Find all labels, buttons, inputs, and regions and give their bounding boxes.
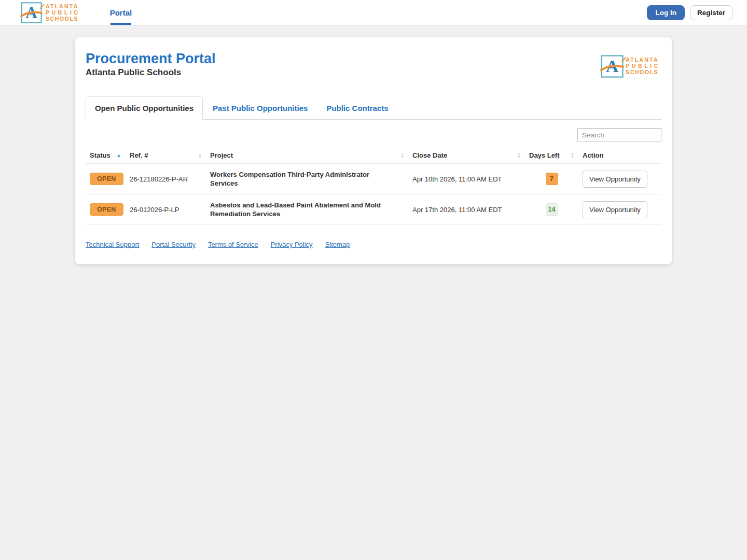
aps-logo-wordmark: ATLANTA PUBLIC SCHOOLS (46, 3, 80, 22)
sort-ascending-icon: ▲ (116, 153, 121, 158)
opportunity-tabs: Open Public Opportunities Past Public Op… (86, 96, 661, 120)
project-title: Workers Compensation Third-Party Adminis… (206, 164, 408, 194)
column-label: Days Left (529, 151, 560, 159)
days-left-badge: 7 (546, 173, 558, 185)
column-label: Action (583, 151, 603, 159)
view-opportunity-button[interactable]: View Opportunity (583, 171, 647, 188)
ref-number: 26-12180226-P-AR (126, 164, 206, 194)
aps-logo-mark-icon: A (21, 2, 42, 23)
page-subtitle: Atlanta Public Schools (86, 67, 216, 78)
table-header-row: Status ▲ Ref. # ▲▼ Project ▲▼ (86, 147, 661, 164)
opportunities-table-wrap: Status ▲ Ref. # ▲▼ Project ▲▼ (86, 147, 661, 225)
column-label: Project (210, 151, 233, 159)
column-header-status[interactable]: Status ▲ (86, 147, 126, 164)
sort-icon: ▲▼ (400, 152, 404, 159)
footer-link-terms-of-service[interactable]: Terms of Service (208, 241, 258, 248)
login-button[interactable]: Log In (647, 5, 685, 20)
card-footer: Technical Support Portal Security Terms … (75, 225, 672, 261)
nav-link-portal-label: Portal (110, 8, 132, 17)
procurement-portal-card: Procurement Portal Atlanta Public School… (75, 37, 672, 264)
table-row: OPEN 26-012026-P-LP Asbestos and Lead-Ba… (86, 194, 661, 225)
footer-link-portal-security[interactable]: Portal Security (151, 241, 196, 248)
card-header: Procurement Portal Atlanta Public School… (75, 37, 672, 88)
view-opportunity-button[interactable]: View Opportunity (583, 201, 647, 218)
search-input[interactable] (577, 128, 661, 142)
status-badge: OPEN (90, 203, 123, 216)
column-label: Status (90, 151, 110, 159)
register-button[interactable]: Register (690, 5, 732, 20)
days-left-badge: 14 (546, 203, 558, 216)
page-title: Procurement Portal (86, 51, 216, 66)
opportunities-table: Status ▲ Ref. # ▲▼ Project ▲▼ (86, 147, 661, 225)
main-nav: Portal (109, 0, 133, 25)
active-tab-indicator (110, 23, 131, 25)
column-label: Ref. # (130, 151, 148, 159)
aps-logo-secondary: A ATLANTA PUBLIC SCHOOLS (601, 55, 660, 76)
table-row: OPEN 26-12180226-P-AR Workers Compensati… (86, 164, 661, 194)
footer-link-privacy-policy[interactable]: Privacy Policy (271, 241, 313, 248)
tab-past-public-opportunities[interactable]: Past Public Opportunities (204, 97, 316, 119)
aps-logo: A ATLANTA PUBLIC SCHOOLS (21, 2, 80, 23)
column-header-project[interactable]: Project ▲▼ (206, 147, 408, 164)
search-row (75, 120, 672, 147)
footer-link-sitemap[interactable]: Sitemap (325, 241, 350, 248)
column-header-ref[interactable]: Ref. # ▲▼ (126, 147, 206, 164)
tab-open-public-opportunities[interactable]: Open Public Opportunities (86, 96, 203, 120)
sort-icon: ▲▼ (571, 152, 574, 159)
column-header-days-left[interactable]: Days Left ▲▼ (525, 147, 578, 164)
aps-logo-mark-icon: A (601, 55, 622, 76)
status-badge: OPEN (90, 173, 123, 185)
nav-link-portal[interactable]: Portal (109, 0, 133, 25)
column-header-close-date[interactable]: Close Date ▲▼ (408, 147, 525, 164)
project-title: Asbestos and Lead-Based Paint Abatement … (206, 194, 408, 225)
auth-actions: Log In Register (647, 5, 732, 20)
column-header-action: Action (578, 147, 661, 164)
footer-link-technical-support[interactable]: Technical Support (86, 241, 139, 248)
column-label: Close Date (412, 151, 447, 159)
tab-public-contracts[interactable]: Public Contracts (317, 97, 397, 119)
sort-icon: ▲▼ (198, 152, 202, 159)
sort-icon: ▲▼ (517, 152, 521, 159)
ref-number: 26-012026-P-LP (126, 194, 206, 225)
aps-logo-wordmark: ATLANTA PUBLIC SCHOOLS (626, 57, 660, 75)
close-date: Apr 10th 2026, 11:00 AM EDT (408, 164, 525, 194)
close-date: Apr 17th 2026, 11:00 AM EDT (408, 194, 525, 225)
top-navbar: A ATLANTA PUBLIC SCHOOLS Portal Log In R… (0, 0, 747, 25)
